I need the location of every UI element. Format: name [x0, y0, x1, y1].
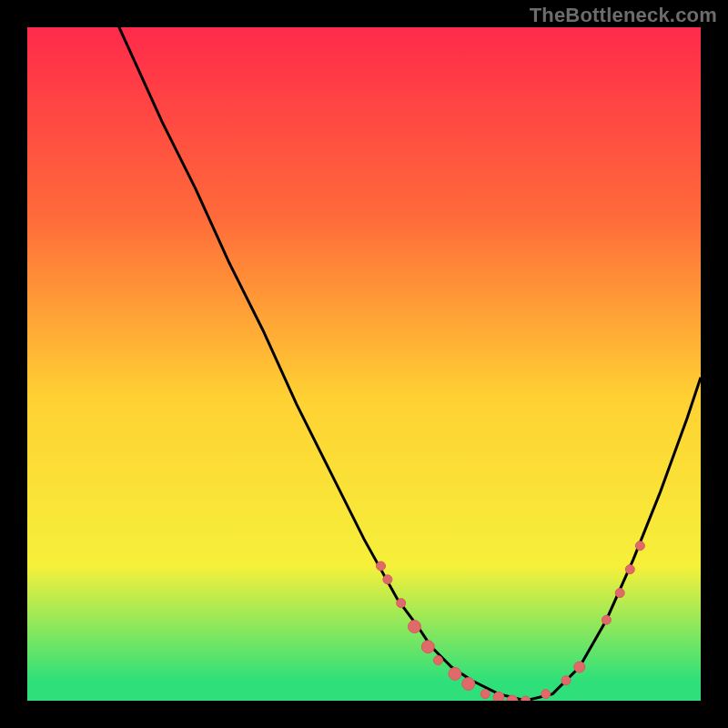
watermark-text: TheBottleneck.com: [530, 4, 717, 27]
data-marker: [409, 621, 421, 633]
data-marker: [574, 662, 585, 672]
data-marker: [480, 690, 490, 699]
data-marker: [433, 656, 442, 665]
data-marker: [383, 575, 392, 584]
data-marker: [635, 541, 644, 551]
data-marker: [462, 678, 475, 691]
data-marker: [493, 692, 504, 701]
chart-frame: TheBottleneck.com: [0, 0, 728, 728]
data-marker: [615, 589, 624, 598]
chart-svg: [27, 27, 701, 701]
data-marker: [377, 561, 386, 571]
data-marker: [561, 676, 571, 685]
plot-area: [27, 27, 701, 701]
gradient-background: [27, 27, 701, 701]
data-marker: [449, 667, 461, 680]
data-marker: [625, 565, 634, 574]
data-marker: [421, 641, 434, 653]
data-marker: [602, 615, 611, 624]
data-marker: [397, 599, 406, 608]
data-marker: [541, 690, 551, 699]
